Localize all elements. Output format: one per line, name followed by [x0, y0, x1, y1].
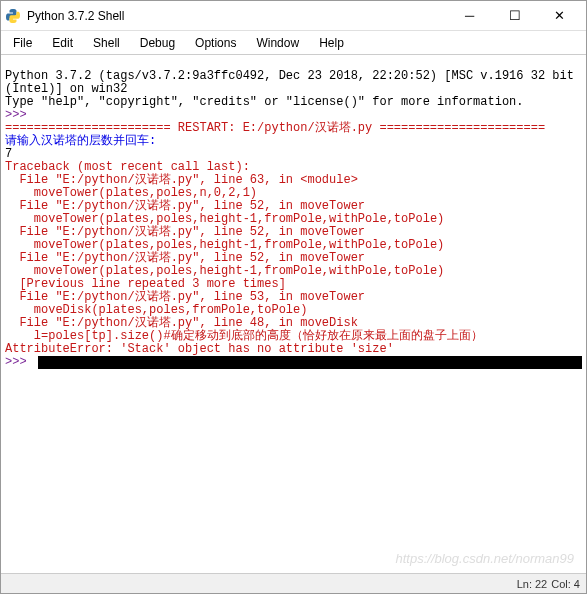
traceback-code: moveTower(plates,poles,height-1,fromPole…: [5, 264, 444, 278]
traceback-file: File "E:/python/汉诺塔.py", line 48, in mov…: [5, 316, 358, 330]
status-line: Ln: 22: [517, 578, 548, 590]
status-col: Col: 4: [551, 578, 580, 590]
traceback-file: File "E:/python/汉诺塔.py", line 52, in mov…: [5, 251, 365, 265]
traceback-file: File "E:/python/汉诺塔.py", line 53, in mov…: [5, 290, 365, 304]
titlebar: Python 3.7.2 Shell ─ ☐ ✕: [1, 1, 586, 31]
window-title: Python 3.7.2 Shell: [27, 9, 447, 23]
watermark: https://blog.csdn.net/norman99: [395, 552, 574, 565]
shell-prompt: >>>: [5, 356, 34, 369]
traceback-file: File "E:/python/汉诺塔.py", line 52, in mov…: [5, 199, 365, 213]
menu-debug[interactable]: Debug: [130, 33, 185, 53]
traceback-file: File "E:/python/汉诺塔.py", line 52, in mov…: [5, 225, 365, 239]
menu-shell[interactable]: Shell: [83, 33, 130, 53]
restart-banner: ======================= RESTART: E:/pyth…: [5, 121, 545, 135]
menubar: File Edit Shell Debug Options Window Hel…: [1, 31, 586, 55]
shell-text-area[interactable]: Python 3.7.2 (tags/v3.7.2:9a3ffc0492, De…: [1, 55, 586, 573]
menu-file[interactable]: File: [3, 33, 42, 53]
traceback-header: Traceback (most recent call last):: [5, 160, 250, 174]
traceback-code: moveDisk(plates,poles,fromPole,toPole): [5, 303, 307, 317]
text-cursor: [38, 356, 582, 369]
traceback-code: moveTower(plates,poles,height-1,fromPole…: [5, 212, 444, 226]
shell-prompt: >>>: [5, 108, 34, 122]
traceback-code: l=poles[tp].size()#确定移动到底部的高度（恰好放在原来最上面的…: [5, 329, 483, 343]
python-banner-line1: Python 3.7.2 (tags/v3.7.2:9a3ffc0492, De…: [5, 69, 581, 96]
python-icon: [5, 8, 21, 24]
menu-help[interactable]: Help: [309, 33, 354, 53]
input-prompt-text: 请输入汉诺塔的层数并回车:: [5, 134, 156, 148]
traceback-file: File "E:/python/汉诺塔.py", line 63, in <mo…: [5, 173, 358, 187]
minimize-button[interactable]: ─: [447, 2, 492, 30]
menu-window[interactable]: Window: [246, 33, 309, 53]
python-banner-line2: Type "help", "copyright", "credits" or "…: [5, 95, 523, 109]
window-controls: ─ ☐ ✕: [447, 2, 582, 30]
menu-options[interactable]: Options: [185, 33, 246, 53]
user-input: 7: [5, 147, 12, 161]
prompt-line: >>>: [5, 356, 582, 369]
attribute-error: AttributeError: 'Stack' object has no at…: [5, 342, 394, 356]
traceback-repeat: [Previous line repeated 3 more times]: [5, 277, 286, 291]
maximize-button[interactable]: ☐: [492, 2, 537, 30]
close-button[interactable]: ✕: [537, 2, 582, 30]
traceback-code: moveTower(plates,poles,n,0,2,1): [5, 186, 257, 200]
statusbar: Ln: 22 Col: 4: [1, 573, 586, 593]
traceback-code: moveTower(plates,poles,height-1,fromPole…: [5, 238, 444, 252]
menu-edit[interactable]: Edit: [42, 33, 83, 53]
